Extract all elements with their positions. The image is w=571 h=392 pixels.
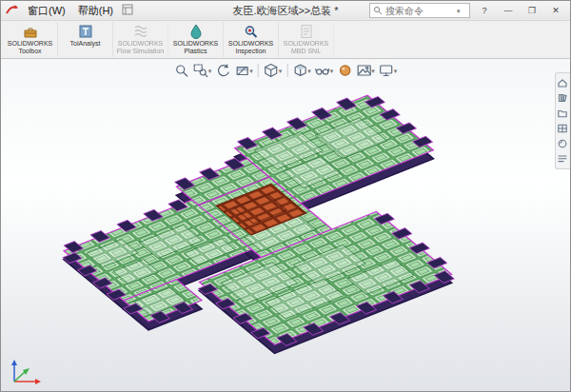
plastics-icon [187,24,205,39]
search-input[interactable] [385,6,454,16]
ribbon-button-label: SOLIDWORKS Inspection [224,40,278,55]
command-search[interactable]: ▾ [369,3,470,18]
file-explorer-icon[interactable] [557,108,568,119]
ribbon-button-label: SOLIDWORKS Plastics [168,40,223,55]
previous-view-icon[interactable] [214,62,231,79]
ribbon-button-label: TolAnalyst [70,40,101,48]
toolbox-icon [22,24,39,39]
z-axis-icon [11,360,17,365]
minimize-button[interactable]: — [499,3,518,18]
model-container [28,63,522,391]
design-library-icon[interactable] [557,92,568,104]
ribbon-button-inspection[interactable]: SOLIDWORKS Inspection [224,22,279,57]
app-window: 窗口(W) 帮助(H) 友臣.欧海区域>>总装 * ▾ ? — ❐ ✕ SOLI… [0,0,571,392]
edit-appearance-icon[interactable] [336,62,353,79]
y-axis-icon [23,368,30,375]
ribbon-button-label: SOLIDWORKS Toolbox [3,40,57,55]
help-button[interactable]: ? [475,3,494,18]
document-title: 友臣.欧海区域>>总装 * [232,4,338,18]
hud-separator [286,64,287,77]
solidworks-resources-icon[interactable] [557,77,568,88]
mbd-icon [298,24,315,39]
appearances-scenes-icon[interactable] [557,138,568,149]
search-icon [373,6,383,15]
app-logo-icon [6,4,19,17]
view-palette-icon[interactable] [557,123,568,134]
ribbon-button-plastics[interactable]: SOLIDWORKS Plastics [168,22,224,57]
quick-access-icon[interactable] [122,4,133,17]
viewport-3d[interactable]: ▾ ▾ ▾ ▾ ▾ ▾ [1,59,570,391]
menu-window[interactable]: 窗口(W) [24,3,69,19]
inspection-icon [243,24,260,39]
maximize-button[interactable]: ❐ [522,3,541,18]
display-style-icon[interactable]: ▾ [291,62,312,79]
ribbon-button-mbd[interactable]: SOLIDWORKS MBD SNL [279,22,334,57]
flow-simulation-icon [132,24,149,39]
model-3d[interactable] [28,63,522,391]
close-button[interactable]: ✕ [546,3,565,18]
section-view-icon[interactable]: ▾ [233,62,254,79]
task-pane [555,72,570,169]
ribbon-button-label: SOLIDWORKS Flow Simulation [113,40,167,55]
x-axis-icon [35,379,41,384]
hud-separator [258,64,259,77]
search-caret-icon[interactable]: ▾ [457,8,461,14]
apply-scene-icon[interactable]: ▾ [355,62,376,79]
tolanalyst-icon [77,24,94,39]
view-settings-icon[interactable]: ▾ [378,62,399,79]
hide-show-items-icon[interactable]: ▾ [314,62,335,79]
custom-properties-icon[interactable] [557,153,568,165]
view-orientation-icon[interactable]: ▾ [263,62,284,79]
ribbon: SOLIDWORKS Toolbox TolAnalyst SOLIDWORKS… [1,21,570,59]
ribbon-button-tolanalyst[interactable]: TolAnalyst [58,22,113,57]
heads-up-toolbar: ▾ ▾ ▾ ▾ ▾ ▾ [173,62,399,79]
ribbon-button-flow-simulation[interactable]: SOLIDWORKS Flow Simulation [113,22,168,57]
menu-help[interactable]: 帮助(H) [74,3,117,19]
titlebar: 窗口(W) 帮助(H) 友臣.欧海区域>>总装 * ▾ ? — ❐ ✕ [1,1,570,21]
ribbon-button-label: SOLIDWORKS MBD SNL [279,40,333,55]
coordinate-triad [7,357,45,387]
ribbon-button-toolbox[interactable]: SOLIDWORKS Toolbox [3,22,58,57]
zoom-to-fit-icon[interactable] [173,62,190,79]
zoom-to-area-icon[interactable]: ▾ [192,62,213,79]
